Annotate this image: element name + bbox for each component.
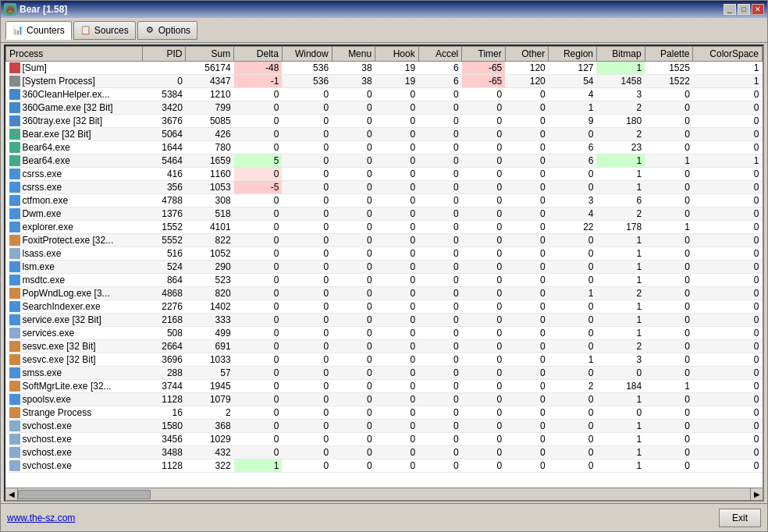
- cell: 0: [645, 367, 693, 380]
- scroll-right-button[interactable]: ▶: [750, 488, 763, 501]
- table-wrapper[interactable]: Process PID Sum Delta Window Menu Hook A…: [5, 46, 763, 488]
- cell: 0: [505, 340, 549, 353]
- table-row[interactable]: 360Game.exe [32 Bit]342079900000001200: [6, 101, 763, 115]
- tab-options[interactable]: ⚙ Options: [137, 21, 197, 40]
- col-accel[interactable]: Accel: [418, 47, 462, 62]
- counters-icon: 📊: [12, 25, 23, 36]
- table-row[interactable]: 360tray.exe [32 Bit]36765085000000091800…: [6, 115, 763, 128]
- cell: 0: [462, 433, 506, 446]
- col-menu[interactable]: Menu: [332, 47, 375, 62]
- cell: 0: [418, 221, 462, 234]
- cell: 1: [596, 247, 645, 261]
- table-row[interactable]: explorer.exe1552410100000002217810: [6, 221, 763, 234]
- table-row[interactable]: svchost.exe158036800000000100: [6, 420, 763, 433]
- table-row[interactable]: services.exe50849900000000100: [6, 327, 763, 340]
- cell: 1: [596, 168, 645, 181]
- col-colorspace[interactable]: ColorSpace: [693, 47, 763, 62]
- cell: 2: [596, 101, 645, 115]
- process-name: Strange Process: [6, 406, 143, 420]
- cell: 0: [375, 141, 419, 154]
- col-region[interactable]: Region: [549, 47, 597, 62]
- exit-button[interactable]: Exit: [719, 509, 761, 527]
- process-name-text: [System Process]: [23, 76, 95, 87]
- cell: 0: [234, 128, 283, 141]
- table-row[interactable]: sesvc.exe [32 Bit]266469100000000200: [6, 340, 763, 353]
- cell: 0: [375, 88, 419, 101]
- process-name-text: Bear64.exe: [23, 155, 70, 166]
- table-row[interactable]: PopWndLog.exe [3...486882000000001200: [6, 287, 763, 300]
- scroll-left-button[interactable]: ◀: [5, 488, 18, 501]
- col-bitmap[interactable]: Bitmap: [596, 47, 645, 62]
- col-process[interactable]: Process: [6, 47, 143, 62]
- cell: 0: [332, 287, 375, 300]
- table-row[interactable]: lsass.exe516105200000000100: [6, 247, 763, 261]
- process-icon: [9, 314, 20, 325]
- cell: 0: [462, 181, 506, 194]
- table-row[interactable]: SearchIndexer.exe2276140200000000100: [6, 300, 763, 314]
- cell: 1: [596, 420, 645, 433]
- cell: 0: [549, 433, 597, 446]
- process-name: sesvc.exe [32 Bit]: [6, 340, 143, 353]
- table-row[interactable]: Bear.exe [32 Bit]506442600000000200: [6, 128, 763, 141]
- col-palette[interactable]: Palette: [645, 47, 693, 62]
- table-row[interactable]: csrss.exe416116000000000100: [6, 168, 763, 181]
- table-row[interactable]: Strange Process16200000000000: [6, 406, 763, 420]
- table-row[interactable]: Bear64.exe5464165950000006111: [6, 154, 763, 168]
- cell: 820: [186, 287, 234, 300]
- table-row[interactable]: smss.exe2885700000000000: [6, 367, 763, 380]
- cell: 0: [549, 261, 597, 274]
- cell: 0: [418, 101, 462, 115]
- table-row[interactable]: [Sum]56174-4853638196-65120127115251: [6, 62, 763, 75]
- table-row[interactable]: csrss.exe3561053-50000000100: [6, 181, 763, 194]
- table-row[interactable]: msdtc.exe86452300000000100: [6, 274, 763, 287]
- minimize-button[interactable]: _: [724, 4, 736, 15]
- table-row[interactable]: svchost.exe348843200000000100: [6, 446, 763, 459]
- table-row[interactable]: spoolsv.exe1128107900000000100: [6, 393, 763, 406]
- col-timer[interactable]: Timer: [462, 47, 506, 62]
- horizontal-scrollbar[interactable]: ◀ ▶: [5, 488, 763, 500]
- table-row[interactable]: lsm.exe52429000000000100: [6, 261, 763, 274]
- table-row[interactable]: FoxitProtect.exe [32...55528220000000010…: [6, 234, 763, 247]
- table-row[interactable]: Dwm.exe137651800000004200: [6, 207, 763, 221]
- table-row[interactable]: svchost.exe112832210000000100: [6, 459, 763, 473]
- cell-pid: 416: [142, 168, 186, 181]
- website-link[interactable]: www.the-sz.com: [7, 512, 75, 523]
- col-pid[interactable]: PID: [142, 47, 186, 62]
- cell: 0: [282, 261, 332, 274]
- cell: 1: [645, 380, 693, 393]
- table-row[interactable]: [System Process]04347-153638196-65120541…: [6, 75, 763, 88]
- cell: 0: [645, 141, 693, 154]
- maximize-button[interactable]: □: [738, 4, 750, 15]
- cell: 2: [549, 380, 597, 393]
- cell: 0: [332, 181, 375, 194]
- col-window[interactable]: Window: [282, 47, 332, 62]
- cell: 0: [332, 247, 375, 261]
- table-row[interactable]: 360CleanHelper.ex...5384121000000004300: [6, 88, 763, 101]
- cell-pid: 3456: [142, 433, 186, 446]
- col-delta[interactable]: Delta: [234, 47, 283, 62]
- table-row[interactable]: Bear64.exe1644780000000062300: [6, 141, 763, 154]
- cell: 0: [234, 287, 283, 300]
- cell: 0: [332, 115, 375, 128]
- cell: 0: [645, 168, 693, 181]
- cell: 0: [332, 141, 375, 154]
- close-button[interactable]: ✕: [752, 4, 764, 15]
- process-name: svchost.exe: [6, 433, 143, 446]
- cell-pid: 1644: [142, 141, 186, 154]
- col-other[interactable]: Other: [505, 47, 549, 62]
- scroll-track: [18, 488, 750, 500]
- table-row[interactable]: SoftMgrLite.exe [32...374419450000000218…: [6, 380, 763, 393]
- cell: 0: [282, 128, 332, 141]
- table-row[interactable]: sesvc.exe [32 Bit]3696103300000001300: [6, 353, 763, 367]
- cell: 0: [375, 101, 419, 115]
- cell: 2: [186, 406, 234, 420]
- col-hook[interactable]: Hook: [375, 47, 419, 62]
- cell: 290: [186, 261, 234, 274]
- tab-sources[interactable]: 📋 Sources: [73, 21, 136, 40]
- col-sum[interactable]: Sum: [186, 47, 234, 62]
- scroll-thumb[interactable]: [18, 490, 151, 499]
- tab-counters[interactable]: 📊 Counters: [5, 21, 72, 40]
- table-row[interactable]: ctfmon.exe478830800000003600: [6, 194, 763, 207]
- table-row[interactable]: svchost.exe3456102900000000100: [6, 433, 763, 446]
- table-row[interactable]: service.exe [32 Bit]216833300000000100: [6, 314, 763, 327]
